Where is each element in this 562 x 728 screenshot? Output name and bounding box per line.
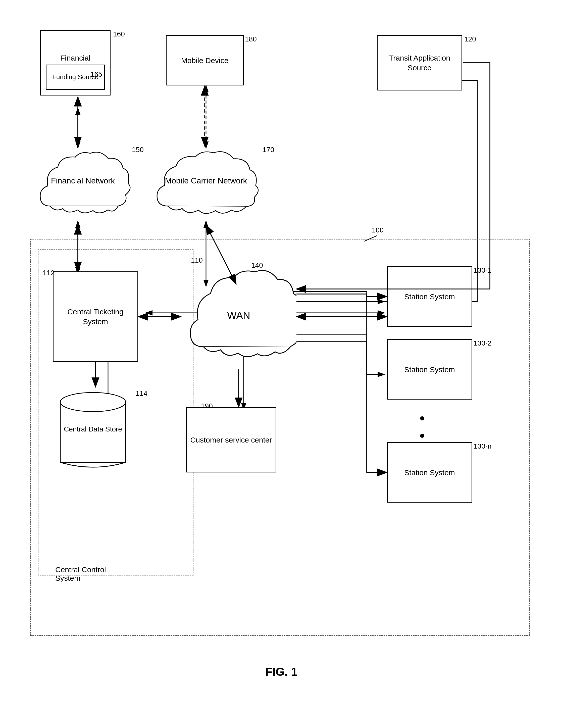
- mobile-carrier-network-label: Mobile Carrier Network: [165, 176, 247, 186]
- ref-130-n: 130-n: [474, 442, 492, 450]
- central-ticketing-system-label: Central Ticketing System: [56, 307, 135, 326]
- mobile-carrier-network-cloud: Mobile Carrier Network: [151, 146, 261, 224]
- ref-160: 160: [113, 30, 125, 38]
- mobile-device-box: Mobile Device: [166, 35, 244, 85]
- financial-network-label: Financial Network: [51, 176, 115, 186]
- wan-cloud: WAN: [181, 261, 296, 369]
- central-control-label: Central ControlSystem: [55, 565, 106, 583]
- station-system-2-box: Station System: [387, 339, 472, 400]
- svg-point-13: [60, 393, 126, 412]
- financial-institution-box: Financial Institution Funding Source: [40, 30, 111, 95]
- mobile-device-label: Mobile Device: [181, 56, 228, 65]
- ref-100: 100: [372, 226, 384, 234]
- ref-165: 165: [90, 70, 102, 78]
- customer-service-box: Customer service center: [186, 407, 276, 472]
- ref-120: 120: [464, 35, 476, 43]
- transit-app-source-box: Transit Application Source: [377, 35, 462, 90]
- customer-service-label: Customer service center: [190, 435, 272, 445]
- ref-190: 190: [201, 402, 213, 410]
- station-system-1-label: Station System: [404, 292, 455, 302]
- ref-130-1: 130-1: [474, 266, 492, 274]
- central-data-store-label: Central Data Store: [55, 425, 131, 434]
- station-system-n-label: Station System: [404, 468, 455, 477]
- central-ticketing-system-box: Central Ticketing System: [53, 271, 138, 362]
- ref-130-2: 130-2: [474, 339, 492, 347]
- station-system-1-box: Station System: [387, 266, 472, 327]
- ref-114: 114: [136, 390, 147, 398]
- ref-112: 112: [43, 269, 55, 277]
- transit-app-source-label: Transit Application Source: [380, 53, 459, 73]
- station-system-n-box: Station System: [387, 442, 472, 503]
- ref-140: 140: [251, 261, 263, 269]
- wan-label: WAN: [227, 309, 250, 322]
- ref-150: 150: [132, 146, 144, 154]
- ref-170: 170: [263, 146, 274, 154]
- diagram: Financial Institution Funding Source 160…: [20, 15, 543, 668]
- central-data-store-cylinder: Central Data Store: [55, 387, 131, 472]
- financial-network-cloud: Financial Network: [35, 146, 131, 224]
- station-system-2-label: Station System: [404, 365, 455, 374]
- fig-label: FIG. 1: [265, 665, 297, 678]
- ref-180: 180: [245, 35, 257, 43]
